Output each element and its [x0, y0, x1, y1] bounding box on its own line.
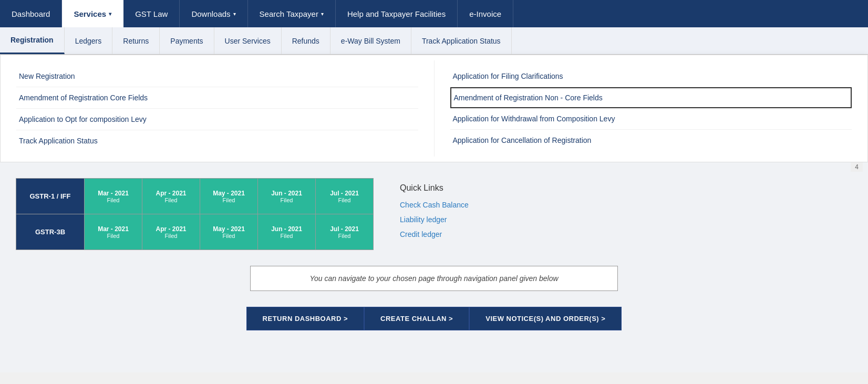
- nav-dashboard[interactable]: Dashboard: [0, 0, 62, 27]
- quick-links-panel: Quick Links Check Cash Balance Liability…: [389, 178, 852, 250]
- filed-cell[interactable]: Jun - 2021Filed: [258, 214, 316, 250]
- services-caret-icon: ▾: [109, 11, 111, 17]
- table-row: GSTR-3BMar - 2021FiledApr - 2021FiledMay…: [16, 214, 374, 250]
- nav-gst-law[interactable]: GST Law: [123, 0, 180, 27]
- nav-einvoice[interactable]: e-Invoice: [458, 0, 513, 27]
- menu-filing-clarifications[interactable]: Application for Filing Clarifications: [450, 66, 852, 87]
- registration-dropdown: New Registration Amendment of Registrati…: [0, 55, 868, 162]
- nav-help[interactable]: Help and Taxpayer Facilities: [336, 0, 458, 27]
- subnav-returns[interactable]: Returns: [112, 27, 160, 54]
- nav-services[interactable]: Services ▾: [62, 0, 123, 27]
- create-challan-button[interactable]: CREATE CHALLAN >: [364, 307, 469, 330]
- filed-cell[interactable]: Jul - 2021Filed: [316, 214, 374, 250]
- subnav-registration[interactable]: Registration: [0, 27, 65, 54]
- filed-cell[interactable]: Mar - 2021Filed: [85, 179, 142, 214]
- second-navigation: Registration Ledgers Returns Payments Us…: [0, 27, 868, 55]
- quick-link-cash-balance[interactable]: Check Cash Balance: [400, 201, 842, 209]
- row-label: GSTR-1 / IFF: [16, 179, 85, 214]
- subnav-user-services[interactable]: User Services: [214, 27, 282, 54]
- nav-hint-box: You can navigate to your chosen page thr…: [250, 266, 618, 291]
- quick-link-liability-ledger[interactable]: Liability ledger: [400, 215, 842, 224]
- filed-cell[interactable]: Apr - 2021Filed: [142, 179, 200, 214]
- subnav-eway-bill[interactable]: e-Way Bill System: [330, 27, 411, 54]
- nav-search-taxpayer[interactable]: Search Taxpayer ▾: [248, 0, 336, 27]
- nav-downloads[interactable]: Downloads ▾: [180, 0, 247, 27]
- menu-amendment-non-core[interactable]: Amendment of Registration Non - Core Fie…: [450, 87, 852, 108]
- subnav-refunds[interactable]: Refunds: [282, 27, 330, 54]
- row-label: GSTR-3B: [16, 214, 85, 250]
- subnav-payments[interactable]: Payments: [160, 27, 214, 54]
- filed-cell[interactable]: Jul - 2021Filed: [316, 179, 374, 214]
- top-navigation: Dashboard Services ▾ GST Law Downloads ▾…: [0, 0, 868, 27]
- filed-cell[interactable]: Jun - 2021Filed: [258, 179, 316, 214]
- menu-track-application-left[interactable]: Track Application Status: [16, 130, 418, 151]
- dropdown-left-col: New Registration Amendment of Registrati…: [1, 60, 435, 157]
- menu-withdrawal-composition[interactable]: Application for Withdrawal from Composit…: [450, 108, 852, 130]
- gstr-table: GSTR-1 / IFFMar - 2021FiledApr - 2021Fil…: [16, 178, 374, 250]
- page-number: 4: [851, 162, 863, 172]
- main-content: 4 GSTR-1 / IFFMar - 2021FiledApr - 2021F…: [0, 162, 868, 372]
- return-dashboard-button[interactable]: RETURN DASHBOARD >: [246, 307, 364, 330]
- filed-cell[interactable]: May - 2021Filed: [200, 214, 258, 250]
- view-notices-button[interactable]: VIEW NOTICE(S) AND ORDER(S) >: [469, 307, 622, 330]
- bottom-action-buttons: RETURN DASHBOARD > CREATE CHALLAN > VIEW…: [16, 307, 852, 330]
- search-taxpayer-caret-icon: ▾: [321, 11, 324, 17]
- returns-table-section: GSTR-1 / IFFMar - 2021FiledApr - 2021Fil…: [16, 178, 852, 250]
- quick-link-credit-ledger[interactable]: Credit ledger: [400, 230, 842, 238]
- downloads-caret-icon: ▾: [233, 11, 236, 17]
- menu-amendment-core-fields[interactable]: Amendment of Registration Core Fields: [16, 87, 418, 109]
- quick-links-title: Quick Links: [400, 183, 842, 193]
- table-row: GSTR-1 / IFFMar - 2021FiledApr - 2021Fil…: [16, 179, 374, 214]
- filed-cell[interactable]: Apr - 2021Filed: [142, 214, 200, 250]
- menu-cancellation-registration[interactable]: Application for Cancellation of Registra…: [450, 130, 852, 151]
- subnav-ledgers[interactable]: Ledgers: [65, 27, 113, 54]
- filed-cell[interactable]: May - 2021Filed: [200, 179, 258, 214]
- menu-composition-levy[interactable]: Application to Opt for composition Levy: [16, 109, 418, 130]
- dropdown-right-col: Application for Filing Clarifications Am…: [435, 60, 868, 157]
- subnav-track-application[interactable]: Track Application Status: [411, 27, 512, 54]
- filed-cell[interactable]: Mar - 2021Filed: [85, 214, 142, 250]
- menu-new-registration[interactable]: New Registration: [16, 66, 418, 87]
